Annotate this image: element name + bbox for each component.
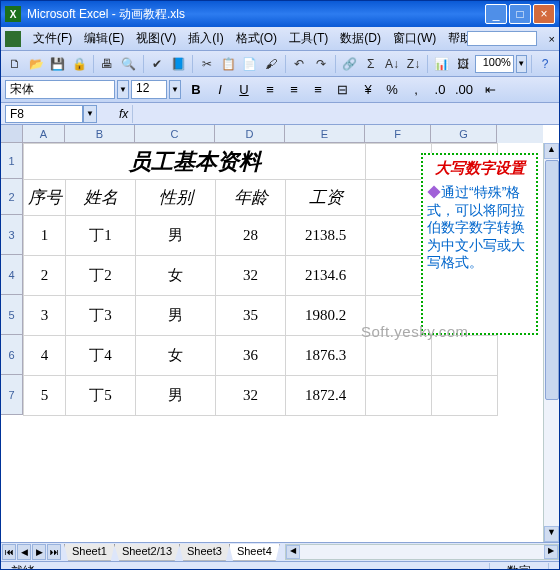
row-header[interactable]: 6 (1, 335, 23, 375)
close-button[interactable]: × (533, 4, 555, 24)
scroll-right-icon[interactable]: ▶ (544, 545, 558, 559)
col-header[interactable]: B (65, 125, 135, 143)
print-icon[interactable]: 🖶 (98, 53, 117, 75)
row-header[interactable]: 2 (1, 179, 23, 215)
scroll-down-icon[interactable]: ▼ (544, 526, 559, 542)
formatting-toolbar: 宋体 ▼ 12 ▼ B I U ≡ ≡ ≡ ⊟ ¥ % , .0 .00 ⇤ (1, 77, 559, 103)
col-header[interactable]: G (431, 125, 497, 143)
research-icon[interactable]: 📘 (169, 53, 188, 75)
font-name-dropdown-icon[interactable]: ▼ (117, 80, 129, 99)
sheet-tab[interactable]: Sheet1 (64, 544, 115, 561)
tab-last-icon[interactable]: ⏭ (47, 544, 61, 560)
open-icon[interactable]: 📂 (26, 53, 45, 75)
menu-data[interactable]: 数据(D) (334, 28, 387, 49)
comma-icon[interactable]: , (405, 79, 427, 101)
save-icon[interactable]: 💾 (48, 53, 67, 75)
sort-asc-icon[interactable]: A↓ (382, 53, 401, 75)
merge-center-icon[interactable]: ⊟ (331, 79, 353, 101)
sheet-tab[interactable]: Sheet3 (179, 544, 230, 561)
window-title: Microsoft Excel - 动画教程.xls (27, 6, 485, 23)
scroll-up-icon[interactable]: ▲ (544, 143, 559, 159)
sort-desc-icon[interactable]: Z↓ (404, 53, 423, 75)
menu-window[interactable]: 窗口(W) (387, 28, 442, 49)
help-icon[interactable]: ? (535, 53, 554, 75)
note-body: ◆通过“特殊”格式，可以将阿拉伯数字数字转换为中文小写或大写格式。 (427, 184, 532, 272)
horizontal-scrollbar[interactable]: ◀ ▶ (285, 544, 559, 560)
menu-edit[interactable]: 编辑(E) (78, 28, 130, 49)
comment-box: 大写数字设置 ◆通过“特殊”格式，可以将阿拉伯数字数字转换为中文小写或大写格式。 (421, 153, 538, 335)
sheet-tab[interactable]: Sheet4 (229, 544, 280, 561)
underline-icon[interactable]: U (233, 79, 255, 101)
redo-icon[interactable]: ↷ (311, 53, 330, 75)
tab-first-icon[interactable]: ⏮ (2, 544, 16, 560)
new-icon[interactable]: 🗋 (5, 53, 24, 75)
align-right-icon[interactable]: ≡ (307, 79, 329, 101)
paste-icon[interactable]: 📄 (240, 53, 259, 75)
vertical-scrollbar[interactable]: ▲ ▼ (543, 143, 559, 542)
standard-toolbar: 🗋 📂 💾 🔒 🖶 🔍 ✔ 📘 ✂ 📋 📄 🖌 ↶ ↷ 🔗 Σ A↓ Z↓ 📊 … (1, 51, 559, 77)
row-header[interactable]: 1 (1, 143, 23, 179)
align-left-icon[interactable]: ≡ (259, 79, 281, 101)
undo-icon[interactable]: ↶ (290, 53, 309, 75)
minimize-button[interactable]: _ (485, 4, 507, 24)
print-preview-icon[interactable]: 🔍 (119, 53, 138, 75)
row-header[interactable]: 7 (1, 375, 23, 415)
row-header[interactable]: 4 (1, 255, 23, 295)
percent-icon[interactable]: % (381, 79, 403, 101)
format-painter-icon[interactable]: 🖌 (261, 53, 280, 75)
tab-next-icon[interactable]: ▶ (32, 544, 46, 560)
doc-close-button[interactable]: × (549, 33, 555, 45)
spelling-icon[interactable]: ✔ (147, 53, 166, 75)
excel-icon: X (5, 6, 21, 22)
menu-file[interactable]: 文件(F) (27, 28, 78, 49)
col-header[interactable]: A (23, 125, 65, 143)
formula-bar: F8 ▼ fx (1, 103, 559, 125)
menu-format[interactable]: 格式(O) (230, 28, 283, 49)
align-center-icon[interactable]: ≡ (283, 79, 305, 101)
workbook-icon[interactable] (5, 31, 21, 47)
font-name-input[interactable]: 宋体 (5, 80, 115, 99)
zoom-input[interactable]: 100% (475, 55, 514, 73)
scroll-thumb[interactable] (545, 160, 559, 400)
watermark-text: Soft.yesky.com (361, 323, 469, 340)
name-box[interactable]: F8 (5, 105, 83, 123)
italic-icon[interactable]: I (209, 79, 231, 101)
drawing-icon[interactable]: 🖼 (454, 53, 473, 75)
currency-icon[interactable]: ¥ (357, 79, 379, 101)
status-bar: 就绪 数字 (1, 561, 559, 570)
sheet-tab-bar: ⏮ ◀ ▶ ⏭ Sheet1Sheet2/13Sheet3Sheet4 ◀ ▶ (1, 542, 559, 561)
col-header[interactable]: E (285, 125, 365, 143)
zoom-dropdown-icon[interactable]: ▼ (516, 55, 527, 73)
formula-input[interactable] (132, 105, 559, 123)
chart-icon[interactable]: 📊 (432, 53, 451, 75)
col-header[interactable]: C (135, 125, 215, 143)
permission-icon[interactable]: 🔒 (69, 53, 88, 75)
decrease-indent-icon[interactable]: ⇤ (479, 79, 501, 101)
menu-tools[interactable]: 工具(T) (283, 28, 334, 49)
sum-icon[interactable]: Σ (361, 53, 380, 75)
increase-decimal-icon[interactable]: .0 (429, 79, 451, 101)
maximize-button[interactable]: □ (509, 4, 531, 24)
name-box-dropdown-icon[interactable]: ▼ (83, 105, 97, 123)
scroll-left-icon[interactable]: ◀ (286, 545, 300, 559)
font-size-dropdown-icon[interactable]: ▼ (169, 80, 181, 99)
decrease-decimal-icon[interactable]: .00 (453, 79, 475, 101)
menu-insert[interactable]: 插入(I) (182, 28, 229, 49)
copy-icon[interactable]: 📋 (219, 53, 238, 75)
fx-icon[interactable]: fx (119, 107, 128, 121)
help-search-input[interactable] (467, 31, 537, 46)
font-size-input[interactable]: 12 (131, 80, 167, 99)
status-ready: 就绪 (11, 563, 111, 570)
menu-view[interactable]: 视图(V) (130, 28, 182, 49)
col-header[interactable]: D (215, 125, 285, 143)
row-header[interactable]: 3 (1, 215, 23, 255)
col-header[interactable]: F (365, 125, 431, 143)
row-header[interactable]: 5 (1, 295, 23, 335)
cut-icon[interactable]: ✂ (197, 53, 216, 75)
tab-prev-icon[interactable]: ◀ (17, 544, 31, 560)
hyperlink-icon[interactable]: 🔗 (340, 53, 359, 75)
select-all-button[interactable] (1, 125, 23, 143)
bold-icon[interactable]: B (185, 79, 207, 101)
spreadsheet-grid: ABCDEFG 1234567 员工基本资料序号姓名性别年龄工资1丁1男2821… (1, 125, 559, 542)
sheet-tab[interactable]: Sheet2/13 (114, 544, 180, 561)
